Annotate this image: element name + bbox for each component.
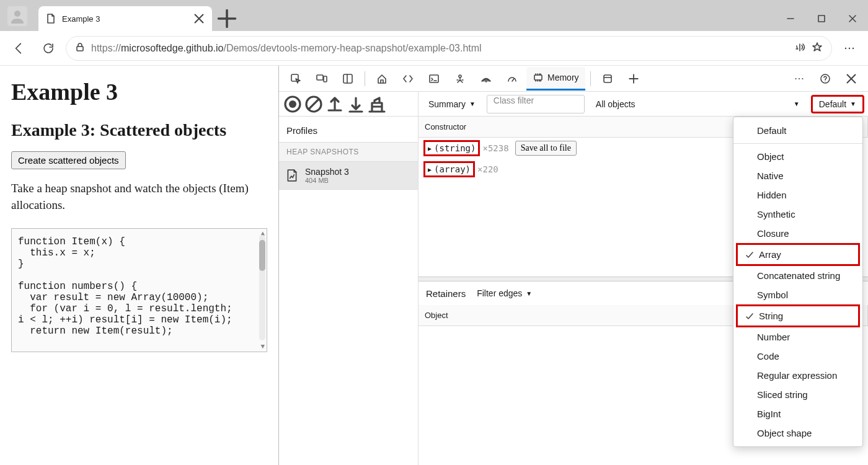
profiles-sidebar: Profiles HEAP SNAPSHOTS Snapshot 3 404 M… xyxy=(279,92,418,465)
menu-item[interactable]: Closure xyxy=(733,224,862,243)
elements-tab-icon[interactable] xyxy=(396,67,420,91)
create-objects-button[interactable]: Create scattered objects xyxy=(11,151,126,169)
devtools-tabstrip: Memory xyxy=(279,66,868,92)
url-text: https://microsoftedge.github.io/Demos/de… xyxy=(91,43,788,54)
minimize-button[interactable] xyxy=(775,6,806,31)
svg-point-19 xyxy=(825,81,825,81)
menu-item[interactable]: Code xyxy=(733,347,862,366)
lock-icon xyxy=(75,42,85,54)
back-button[interactable] xyxy=(6,36,31,61)
svg-rect-2 xyxy=(77,46,83,51)
address-bar[interactable]: https://microsoftedge.github.io/Demos/de… xyxy=(66,36,832,61)
heap-snapshots-section: HEAP SNAPSHOTS xyxy=(279,142,418,162)
page-icon xyxy=(46,14,56,24)
menu-item[interactable]: Regular expression xyxy=(733,366,862,385)
app-tab-icon[interactable] xyxy=(596,67,619,91)
browser-toolbar: https://microsoftedge.github.io/Demos/de… xyxy=(0,31,868,65)
console-tab-icon[interactable] xyxy=(422,67,446,91)
menu-item[interactable]: Sliced string xyxy=(733,385,862,404)
svg-point-5 xyxy=(852,47,854,48)
menu-item[interactable]: BigInt xyxy=(733,404,862,423)
new-tab-button[interactable] xyxy=(216,7,238,30)
svg-rect-14 xyxy=(604,75,611,82)
more-button[interactable] xyxy=(787,67,811,91)
check-icon xyxy=(745,312,754,322)
memory-tab[interactable]: Memory xyxy=(526,67,585,91)
retainers-label: Retainers xyxy=(426,288,466,299)
page-h2: Example 3: Scattered objects xyxy=(11,120,267,140)
close-tab-icon[interactable] xyxy=(193,13,205,24)
class-filter-input[interactable]: Class filter xyxy=(487,95,585,113)
menu-button[interactable] xyxy=(837,36,862,61)
objects-dropdown[interactable]: All objects▼ xyxy=(590,95,806,113)
browser-tab[interactable]: Example 3 xyxy=(38,6,212,31)
close-devtools-button[interactable] xyxy=(839,67,863,91)
performance-tab-icon[interactable] xyxy=(500,67,524,91)
read-aloud-icon[interactable] xyxy=(794,42,805,55)
svg-point-12 xyxy=(485,81,487,82)
svg-point-0 xyxy=(14,11,20,17)
device-icon[interactable] xyxy=(310,67,334,91)
refresh-button[interactable] xyxy=(36,36,61,61)
snapshot-name: Snapshot 3 xyxy=(305,167,349,177)
svg-rect-13 xyxy=(534,75,542,80)
view-dropdown[interactable]: Summary▼ xyxy=(422,95,482,113)
menu-item[interactable]: Symbol xyxy=(733,285,862,304)
profiles-heading: Profiles xyxy=(279,117,418,142)
close-window-button[interactable] xyxy=(837,6,868,31)
svg-point-17 xyxy=(802,78,803,79)
page-h1: Example 3 xyxy=(11,78,267,105)
window-titlebar: Example 3 xyxy=(0,0,868,31)
menu-item[interactable]: Synthetic xyxy=(733,205,862,224)
menu-item[interactable]: Number xyxy=(733,327,862,347)
menu-item[interactable]: Native xyxy=(733,166,862,185)
header-constructor[interactable]: Constructor xyxy=(418,117,747,137)
svg-point-16 xyxy=(799,78,800,79)
network-tab-icon[interactable] xyxy=(474,67,498,91)
menu-item[interactable]: String xyxy=(736,304,860,327)
dock-icon[interactable] xyxy=(336,67,360,91)
welcome-tab-icon[interactable] xyxy=(370,67,394,91)
profile-avatar[interactable] xyxy=(7,6,27,26)
help-icon[interactable] xyxy=(813,67,837,91)
snapshot-item[interactable]: Snapshot 3 404 MB xyxy=(279,162,418,190)
clear-button[interactable] xyxy=(304,94,324,114)
svg-rect-10 xyxy=(430,75,438,82)
tab-title: Example 3 xyxy=(62,14,187,24)
favorite-icon[interactable] xyxy=(812,42,823,55)
filter-edges-dropdown[interactable]: Filter edges▼ xyxy=(477,284,532,303)
header-object[interactable]: Object xyxy=(418,305,747,326)
menu-item[interactable]: Hidden xyxy=(733,185,862,205)
svg-rect-6 xyxy=(291,74,298,81)
svg-rect-7 xyxy=(317,75,323,80)
filter-dropdown[interactable]: Default▼ xyxy=(811,95,864,113)
svg-rect-1 xyxy=(818,16,825,22)
menu-item[interactable]: Default xyxy=(733,121,862,140)
menu-item[interactable]: Array xyxy=(736,243,860,266)
svg-point-3 xyxy=(845,47,846,48)
scrollbar-thumb[interactable] xyxy=(259,240,265,271)
devtools-panel: Memory Profiles HEAP SNAPSHOTS xyxy=(279,66,868,465)
svg-point-21 xyxy=(289,100,296,108)
svg-rect-9 xyxy=(343,74,352,83)
upload-button[interactable] xyxy=(325,94,345,114)
download-button[interactable] xyxy=(346,94,366,114)
menu-item[interactable]: Object shape xyxy=(733,423,862,443)
menu-item[interactable]: Object xyxy=(733,147,862,166)
gc-button[interactable] xyxy=(367,94,387,114)
record-button[interactable] xyxy=(283,94,303,114)
svg-rect-8 xyxy=(324,76,327,82)
code-snippet[interactable]: function Item(x) { this.x = x; } functio… xyxy=(11,228,267,352)
sources-tab-icon[interactable] xyxy=(448,67,472,91)
check-icon xyxy=(745,250,754,261)
add-tab-button[interactable] xyxy=(622,67,645,91)
maximize-button[interactable] xyxy=(806,6,837,31)
menu-item[interactable]: Concatenated string xyxy=(733,266,862,285)
inspect-icon[interactable] xyxy=(284,67,308,91)
svg-point-4 xyxy=(849,47,850,48)
snapshot-size: 404 MB xyxy=(305,177,349,184)
webpage-content: Example 3 Example 3: Scattered objects C… xyxy=(0,66,279,465)
save-all-button[interactable]: Save all to file xyxy=(515,141,577,156)
filter-menu: DefaultObjectNativeHiddenSyntheticClosur… xyxy=(733,117,863,447)
page-paragraph: Take a heap snapshot and watch the objec… xyxy=(11,180,267,213)
